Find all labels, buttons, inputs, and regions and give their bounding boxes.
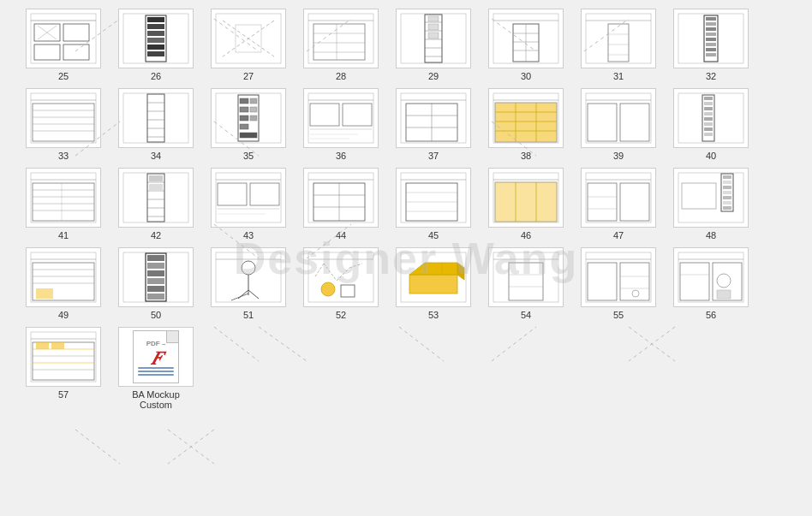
svg-rect-53 bbox=[706, 22, 716, 26]
thumbnail-36[interactable]: 36 bbox=[295, 88, 387, 161]
thumbnail-38[interactable]: 38 bbox=[480, 88, 572, 161]
svg-rect-176 bbox=[682, 183, 716, 209]
svg-rect-183 bbox=[36, 288, 53, 299]
thumbnail-47[interactable]: 47 bbox=[572, 168, 665, 240]
svg-rect-14 bbox=[147, 44, 164, 50]
svg-point-194 bbox=[242, 261, 255, 275]
thumbnail-26[interactable]: 26 bbox=[110, 9, 202, 81]
svg-rect-232 bbox=[31, 332, 96, 382]
svg-rect-113 bbox=[704, 102, 713, 105]
thumbnail-49[interactable]: 49 bbox=[17, 247, 110, 320]
thumbnail-37[interactable]: 37 bbox=[387, 88, 480, 161]
svg-rect-140 bbox=[250, 183, 279, 205]
svg-rect-79 bbox=[250, 107, 257, 112]
svg-line-204 bbox=[349, 264, 362, 268]
thumbnail-54[interactable]: 54 bbox=[480, 247, 572, 320]
thumb-label-27: 27 bbox=[243, 71, 254, 81]
thumb-label-52: 52 bbox=[336, 310, 346, 320]
thumbnail-44[interactable]: 44 bbox=[295, 168, 387, 240]
svg-rect-83 bbox=[240, 133, 257, 138]
thumbnail-56[interactable]: 56 bbox=[665, 247, 757, 320]
svg-rect-135 bbox=[149, 175, 163, 181]
thumbnail-32[interactable]: 32 bbox=[665, 9, 757, 81]
thumbnail-28[interactable]: 28 bbox=[295, 9, 387, 81]
svg-rect-76 bbox=[240, 98, 248, 104]
svg-rect-208 bbox=[409, 275, 457, 294]
thumb-label-34: 34 bbox=[151, 151, 161, 161]
thumbnail-52[interactable]: 52 bbox=[295, 247, 387, 320]
thumb-label-42: 42 bbox=[151, 230, 161, 240]
thumbnail-25[interactable]: 25 bbox=[17, 9, 110, 81]
svg-rect-188 bbox=[147, 270, 164, 276]
svg-line-197 bbox=[248, 290, 259, 299]
svg-rect-149 bbox=[401, 173, 466, 222]
thumbnail-40[interactable]: 40 bbox=[665, 88, 757, 161]
thumbnail-ba-mockup[interactable]: PDF – 𝐹 BA Mockup Custom bbox=[110, 327, 202, 410]
grid-row-4: 49 50 51 52 53 bbox=[17, 247, 795, 320]
thumb-label-53: 53 bbox=[428, 310, 439, 320]
thumb-label-35: 35 bbox=[243, 151, 254, 161]
svg-rect-57 bbox=[706, 43, 716, 46]
svg-rect-112 bbox=[704, 97, 713, 100]
svg-rect-239 bbox=[36, 342, 49, 349]
thumb-label-55: 55 bbox=[613, 310, 624, 320]
thumbnail-57[interactable]: 57 bbox=[17, 327, 110, 400]
svg-rect-12 bbox=[147, 31, 164, 36]
thumbnail-34[interactable]: 34 bbox=[110, 88, 202, 161]
svg-rect-190 bbox=[147, 286, 164, 292]
thumb-label-41: 41 bbox=[58, 230, 69, 240]
thumbnail-45[interactable]: 45 bbox=[387, 168, 480, 240]
svg-rect-22 bbox=[313, 24, 365, 60]
svg-rect-99 bbox=[495, 103, 557, 142]
thumbnail-30[interactable]: 30 bbox=[480, 9, 572, 81]
thumbnail-39[interactable]: 39 bbox=[572, 88, 665, 161]
svg-rect-68 bbox=[147, 94, 164, 142]
thumb-label-36: 36 bbox=[336, 151, 346, 161]
svg-line-257 bbox=[168, 430, 214, 464]
svg-rect-34 bbox=[428, 16, 439, 21]
thumbnail-33[interactable]: 33 bbox=[17, 88, 110, 161]
thumbnail-42[interactable]: 42 bbox=[110, 168, 202, 240]
svg-marker-210 bbox=[457, 263, 464, 280]
svg-rect-173 bbox=[723, 196, 731, 199]
svg-rect-91 bbox=[401, 93, 466, 143]
thumbnail-53[interactable]: 53 bbox=[387, 247, 480, 320]
thumbnail-43[interactable]: 43 bbox=[202, 168, 295, 240]
svg-rect-170 bbox=[723, 181, 731, 184]
thumbnail-50[interactable]: 50 bbox=[110, 247, 202, 320]
svg-line-202 bbox=[324, 264, 337, 281]
svg-rect-172 bbox=[723, 191, 731, 194]
svg-rect-80 bbox=[240, 116, 248, 121]
svg-rect-35 bbox=[428, 24, 439, 30]
svg-line-203 bbox=[337, 268, 349, 281]
svg-rect-20 bbox=[308, 14, 373, 63]
thumbnail-41[interactable]: 41 bbox=[17, 168, 110, 240]
svg-rect-5 bbox=[63, 44, 89, 60]
thumbnail-46[interactable]: 46 bbox=[480, 168, 572, 240]
svg-rect-218 bbox=[586, 252, 651, 302]
thumbnail-55[interactable]: 55 bbox=[572, 247, 665, 320]
thumb-label-33: 33 bbox=[58, 151, 69, 161]
svg-line-256 bbox=[168, 430, 214, 464]
svg-rect-122 bbox=[33, 183, 94, 221]
svg-rect-84 bbox=[308, 93, 373, 143]
grid-row-1: 25 26 27 28 29 bbox=[17, 9, 795, 81]
svg-rect-206 bbox=[341, 285, 355, 297]
thumbnail-48[interactable]: 48 bbox=[665, 168, 757, 240]
svg-rect-157 bbox=[495, 182, 557, 222]
svg-rect-191 bbox=[147, 294, 164, 300]
thumb-label-43: 43 bbox=[243, 230, 254, 240]
thumb-label-57: 57 bbox=[58, 389, 69, 400]
svg-rect-59 bbox=[706, 53, 716, 56]
thumbnail-27[interactable]: 27 bbox=[202, 9, 295, 81]
thumbnail-35[interactable]: 35 bbox=[202, 88, 295, 161]
svg-rect-117 bbox=[704, 122, 713, 126]
thumbnail-51[interactable]: 51 bbox=[202, 247, 295, 320]
thumbnail-31[interactable]: 31 bbox=[572, 9, 665, 81]
thumb-label-48: 48 bbox=[706, 230, 716, 240]
svg-point-230 bbox=[717, 274, 731, 288]
thumb-label-29: 29 bbox=[428, 71, 439, 81]
main-canvas: Designer Wang 25 26 27 bbox=[0, 0, 812, 516]
svg-rect-109 bbox=[620, 104, 649, 141]
thumbnail-29[interactable]: 29 bbox=[387, 9, 480, 81]
